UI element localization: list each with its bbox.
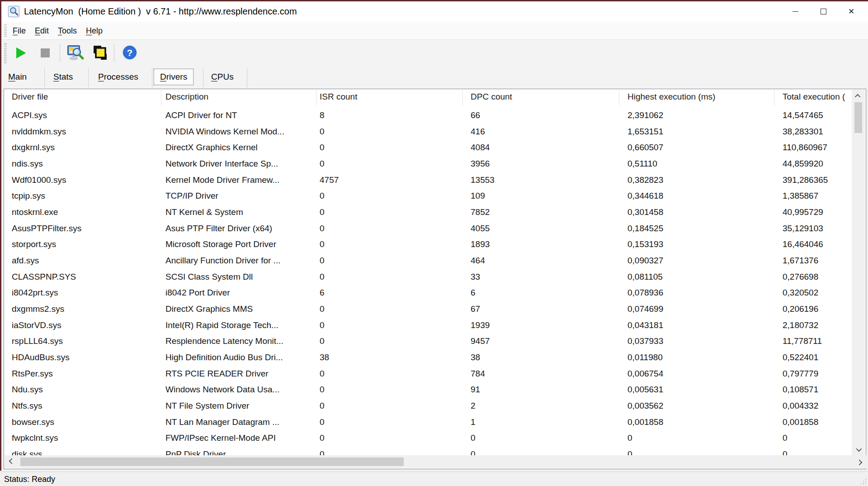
menubar-gripper[interactable] — [5, 24, 7, 37]
table-row[interactable]: CLASSPNP.SYSSCSI Class System Dll0330,08… — [5, 269, 852, 285]
tab-processes[interactable]: Processes — [98, 72, 138, 82]
column-divider[interactable] — [462, 90, 463, 105]
tab-cpus[interactable]: CPUs — [211, 72, 234, 82]
table-row[interactable]: dxgmms2.sysDirectX Graphics MMS0670,0746… — [5, 301, 852, 317]
vertical-scroll-thumb[interactable] — [854, 102, 862, 133]
cell-dpc-count: 67 — [471, 301, 480, 317]
tab-stats[interactable]: Stats — [53, 72, 73, 82]
table-row[interactable]: AsusPTPFilter.sysAsus PTP Filter Driver … — [5, 220, 852, 237]
vertical-scrollbar[interactable] — [852, 90, 865, 456]
play-icon — [16, 48, 26, 58]
analyze-button[interactable] — [66, 43, 85, 62]
cell-dpc-count: 3956 — [471, 156, 490, 172]
cell-total-execution: 0,276698 — [783, 269, 818, 285]
cell-total-execution: 38,283301 — [783, 124, 823, 140]
table-row[interactable]: Ntfs.sysNT File System Driver020,0035620… — [5, 398, 852, 414]
table-row[interactable]: HDAudBus.sysHigh Definition Audio Bus Dr… — [5, 349, 852, 366]
minimize-button[interactable] — [781, 1, 809, 22]
close-button[interactable]: ✕ — [837, 1, 865, 22]
resize-grip[interactable] — [860, 478, 866, 484]
tab-bar: MainStatsProcessesDriversCPUs — [1, 66, 868, 89]
latencymon-window: { "window": { "title": "LatencyMon (Home… — [0, 0, 868, 486]
column-header-highest-execution[interactable]: Highest execution (ms) — [627, 92, 715, 102]
cell-driver-file: AsusPTPFilter.sys — [12, 220, 81, 237]
cell-dpc-count: 6 — [471, 285, 476, 301]
table-row[interactable]: RtsPer.sysRTS PCIE READER Driver07840,00… — [5, 366, 852, 382]
column-header-isr-count[interactable]: ISR count — [320, 92, 357, 102]
cell-total-execution: 35,129103 — [783, 220, 823, 237]
cell-description: Kernel Mode Driver Framew... — [165, 172, 279, 188]
menu-items: FileEditToolsHelp — [13, 22, 112, 40]
tab-main[interactable]: Main — [8, 72, 27, 82]
column-header-driver-file[interactable]: Driver file — [12, 92, 48, 102]
table-row[interactable]: fwpkclnt.sysFWP/IPsec Kernel-Mode API000… — [5, 430, 852, 446]
table-row[interactable]: nvlddmkm.sysNVIDIA Windows Kernel Mod...… — [5, 124, 852, 140]
table-row[interactable]: afd.sysAncillary Function Driver for ...… — [5, 253, 852, 269]
table-row[interactable]: iaStorVD.sysIntel(R) Rapid Storage Tech.… — [5, 317, 852, 334]
cell-dpc-count: 2 — [471, 398, 476, 414]
column-divider[interactable] — [774, 90, 774, 105]
table-row[interactable]: rspLLL64.sysResplendence Latency Monit..… — [5, 333, 852, 349]
menu-item-file[interactable]: File — [13, 26, 26, 36]
cell-highest-execution: 0,090327 — [627, 253, 663, 269]
tab-separator — [203, 68, 203, 88]
scroll-right-button[interactable] — [854, 455, 866, 468]
start-monitor-button[interactable] — [16, 48, 26, 58]
table-row[interactable]: Ndu.sysWindows Network Data Usa...0910,0… — [5, 381, 852, 398]
table-row[interactable]: bowser.sysNT Lan Manager Datagram ...010… — [5, 414, 852, 430]
cell-isr-count: 0 — [320, 204, 325, 220]
cell-dpc-count: 109 — [471, 188, 485, 204]
cell-total-execution: 110,860967 — [783, 139, 827, 156]
scroll-left-button[interactable] — [5, 455, 17, 468]
cell-isr-count: 0 — [320, 446, 325, 456]
menu-item-tools[interactable]: Tools — [58, 26, 77, 36]
menu-item-edit[interactable]: Edit — [35, 26, 49, 36]
cell-description: Resplendence Latency Monit... — [165, 333, 283, 349]
column-divider[interactable] — [316, 90, 316, 105]
table-row[interactable]: ndis.sysNetwork Driver Interface Sp...03… — [5, 156, 852, 172]
scroll-down-button[interactable] — [852, 443, 865, 456]
table-row[interactable]: ACPI.sysACPI Driver for NT8662,39106214,… — [5, 107, 852, 124]
help-icon: ? — [121, 43, 139, 62]
minimize-icon — [793, 11, 798, 12]
window-frame-top — [0, 0, 868, 1]
cell-isr-count: 0 — [320, 381, 325, 398]
table-row[interactable]: tcpip.sysTCP/IP Driver01090,3446181,3858… — [5, 188, 852, 204]
drivers-table: Driver file Description ISR count DPC co… — [4, 89, 866, 469]
stop-monitor-button[interactable] — [41, 48, 50, 57]
toolbar-gripper[interactable] — [5, 43, 7, 63]
cell-dpc-count: 66 — [471, 107, 480, 124]
svg-text:?: ? — [127, 48, 133, 58]
column-divider[interactable] — [161, 90, 161, 105]
table-row[interactable]: dxgkrnl.sysDirectX Graphics Kernel040840… — [5, 139, 852, 156]
cell-driver-file: ACPI.sys — [12, 107, 47, 124]
horizontal-scroll-thumb[interactable] — [20, 457, 404, 466]
scroll-up-button[interactable] — [852, 90, 865, 102]
cell-total-execution: 14,547465 — [783, 107, 823, 124]
cell-isr-count: 0 — [320, 139, 325, 156]
table-row[interactable]: ntoskrnl.exeNT Kernel & System078520,301… — [5, 204, 852, 220]
horizontal-scrollbar[interactable] — [5, 455, 866, 468]
table-row[interactable]: disk.sysPnP Disk Driver0000 — [5, 446, 852, 456]
column-divider[interactable] — [619, 90, 619, 105]
maximize-icon — [821, 9, 826, 14]
cell-driver-file: i8042prt.sys — [12, 285, 58, 301]
menu-item-help[interactable]: Help — [86, 26, 103, 36]
table-row[interactable]: Wdf01000.sysKernel Mode Driver Framew...… — [5, 172, 852, 188]
column-header-description[interactable]: Description — [165, 92, 208, 102]
column-header-dpc-count[interactable]: DPC count — [471, 92, 512, 102]
cell-dpc-count: 4055 — [471, 220, 490, 237]
tab-separator — [44, 68, 45, 88]
cell-driver-file: storport.sys — [12, 236, 56, 253]
tab-separator — [152, 68, 152, 88]
table-row[interactable]: storport.sysMicrosoft Storage Port Drive… — [5, 236, 852, 253]
column-header-total-execution[interactable]: Total execution ( — [783, 92, 845, 102]
cell-isr-count: 0 — [320, 333, 325, 349]
tab-drivers[interactable]: Drivers — [154, 69, 193, 85]
maximize-button[interactable] — [809, 1, 837, 22]
help-button[interactable]: ? — [121, 43, 139, 62]
cell-description: NT Lan Manager Datagram ... — [165, 414, 279, 430]
windows-stack-button[interactable] — [90, 43, 109, 62]
table-row[interactable]: i8042prt.sysi8042 Port Driver660,0789360… — [5, 285, 852, 301]
cell-isr-count: 0 — [320, 220, 325, 237]
